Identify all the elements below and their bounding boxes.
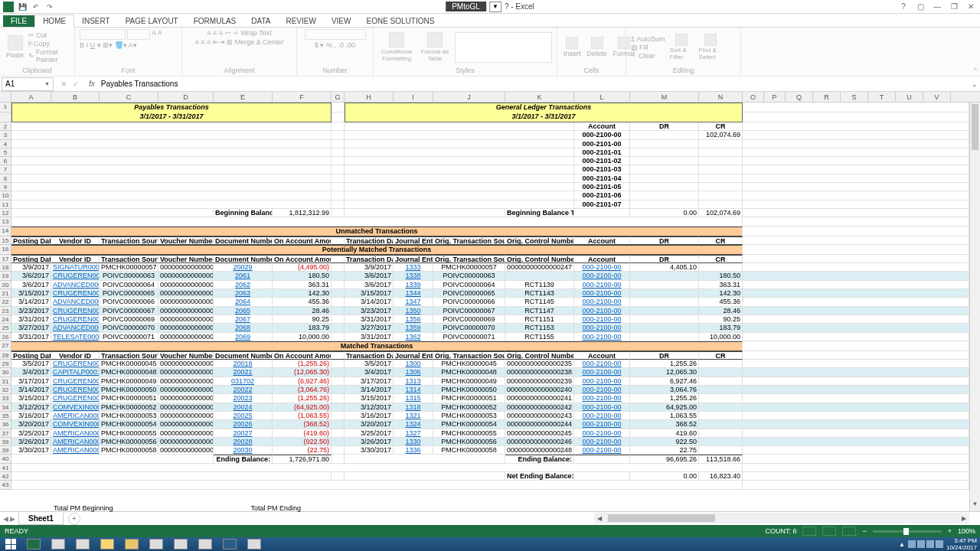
cell[interactable]: [574, 209, 630, 217]
cell[interactable]: COMVEXIN0001: [51, 403, 100, 412]
cell[interactable]: 3/15/2017: [11, 394, 51, 403]
help-icon[interactable]: ?: [897, 2, 910, 12]
tab-review[interactable]: REVIEW: [278, 15, 323, 27]
grid-row[interactable]: 213/15/2017CRUGEREN0001POIVC000000650000…: [0, 289, 969, 298]
cell[interactable]: 3/5/2017: [11, 360, 51, 368]
cell[interactable]: 28.46: [273, 307, 332, 315]
enter-formula-icon[interactable]: ✓: [70, 80, 81, 88]
tab-insert[interactable]: INSERT: [74, 15, 118, 27]
cell[interactable]: 455.36: [699, 298, 743, 306]
cell[interactable]: 000-2101-03: [574, 165, 630, 174]
cell[interactable]: DR: [630, 236, 699, 245]
cell[interactable]: 3/6/2017: [345, 281, 394, 289]
cell[interactable]: [11, 183, 332, 191]
grid-row[interactable]: 7000-2101-03: [0, 165, 969, 174]
cell[interactable]: [345, 122, 574, 131]
cell[interactable]: 113,518.66: [699, 455, 743, 463]
grid-row[interactable]: 10000-2101-06: [0, 191, 969, 200]
cell[interactable]: 20027: [214, 429, 273, 438]
cell[interactable]: 2067: [214, 315, 273, 324]
cell[interactable]: Orig. Control Number: [505, 351, 574, 360]
cell[interactable]: [743, 263, 969, 272]
cell[interactable]: 3/5/2017: [345, 360, 394, 368]
row-header[interactable]: 17: [0, 255, 11, 263]
add-sheet-button[interactable]: +: [68, 513, 80, 525]
grid-row[interactable]: 27Matched Transactions: [0, 341, 969, 351]
cell[interactable]: [332, 255, 345, 263]
cell[interactable]: (6,927.46): [273, 377, 332, 386]
cell[interactable]: 3/14/2017: [345, 298, 394, 306]
grid-row[interactable]: 3000-2100-00102,074.69: [0, 131, 969, 139]
cell[interactable]: [332, 165, 345, 174]
cell[interactable]: [699, 429, 743, 438]
cell[interactable]: [699, 446, 743, 455]
normal-view-icon[interactable]: [802, 527, 816, 536]
cell[interactable]: Orig. Transaction Source: [433, 255, 505, 263]
col-header[interactable]: D: [158, 92, 214, 102]
row-header[interactable]: 29: [0, 360, 11, 368]
cell[interactable]: CR: [699, 236, 743, 245]
cell[interactable]: POIVC00000065: [433, 289, 505, 298]
grid-row[interactable]: 43: [0, 481, 969, 489]
hscroll-thumb[interactable]: [608, 514, 715, 522]
grid-row[interactable]: 193/6/2017CRUGEREN0001POIVC0000006300000…: [0, 272, 969, 280]
cell[interactable]: POIVC00000070: [100, 324, 158, 332]
row-header[interactable]: 43: [0, 481, 11, 489]
cell[interactable]: [11, 455, 214, 463]
scroll-left-icon[interactable]: ◀: [594, 515, 605, 522]
cell[interactable]: 000-2101-00: [574, 140, 630, 148]
cell[interactable]: [574, 472, 630, 481]
cell[interactable]: [743, 272, 969, 280]
cell[interactable]: [743, 341, 969, 351]
cell[interactable]: PMCHK00000051: [433, 394, 505, 403]
cell[interactable]: PMCHK00000057: [100, 263, 158, 272]
cell[interactable]: 3/23/2017: [11, 307, 51, 315]
cell[interactable]: 3/4/2017: [11, 368, 51, 377]
cell[interactable]: 455.36: [273, 298, 332, 306]
row-header[interactable]: 13: [0, 217, 11, 226]
grid-row[interactable]: 1Payables TransactionsGeneral Ledger Tra…: [0, 103, 969, 112]
cell[interactable]: PMCHK00000057: [433, 263, 505, 272]
grid-row[interactable]: 4000-2101-00: [0, 140, 969, 148]
cell[interactable]: CAPITALP0001: [51, 368, 100, 377]
cell[interactable]: CR: [699, 351, 743, 360]
cell[interactable]: COMVEXIN0001: [51, 420, 100, 429]
cell[interactable]: [630, 272, 699, 280]
cell[interactable]: [332, 209, 345, 217]
cell[interactable]: [332, 394, 345, 403]
cell[interactable]: 00000000000000239: [505, 377, 574, 386]
cell[interactable]: [743, 386, 969, 394]
cell[interactable]: CRUGEREN0001: [51, 377, 100, 386]
cell[interactable]: [11, 481, 743, 489]
tray-icon[interactable]: [908, 540, 916, 548]
cell[interactable]: 3/25/2017: [345, 429, 394, 438]
row-header[interactable]: 27: [0, 341, 11, 351]
cell[interactable]: Document Number: [214, 255, 273, 263]
grid-row[interactable]: 17Posting DateVendor IDTransaction Sourc…: [0, 255, 969, 263]
row-header[interactable]: 23: [0, 307, 11, 315]
cell[interactable]: 20029: [214, 263, 273, 272]
cell[interactable]: [699, 183, 743, 191]
cell[interactable]: 00000000000000240: [158, 386, 214, 394]
cell[interactable]: PMCHK00000050: [433, 386, 505, 394]
cell[interactable]: 183.79: [699, 324, 743, 332]
cell[interactable]: 28.46: [699, 307, 743, 315]
cell[interactable]: [743, 315, 969, 324]
cell[interactable]: [332, 324, 345, 332]
cell[interactable]: [345, 209, 505, 217]
cell[interactable]: 3/25/2017: [11, 429, 51, 438]
cell[interactable]: 96,695.26: [630, 455, 699, 463]
cell[interactable]: 3/6/2017: [11, 281, 51, 289]
select-all-corner[interactable]: [0, 92, 11, 102]
cell[interactable]: 00000000000000246: [505, 438, 574, 446]
col-header[interactable]: M: [630, 92, 699, 102]
cell[interactable]: [743, 420, 969, 429]
cell[interactable]: [332, 191, 345, 200]
row-header[interactable]: 33: [0, 394, 11, 403]
expand-formula-bar-icon[interactable]: ⌄: [969, 80, 980, 88]
cell[interactable]: 000-2100-00: [574, 368, 630, 377]
cell[interactable]: 00000000000000235: [158, 360, 214, 368]
cell[interactable]: CRUGEREN0001: [51, 289, 100, 298]
cell[interactable]: [743, 394, 969, 403]
cell[interactable]: POIVC00000064: [100, 281, 158, 289]
